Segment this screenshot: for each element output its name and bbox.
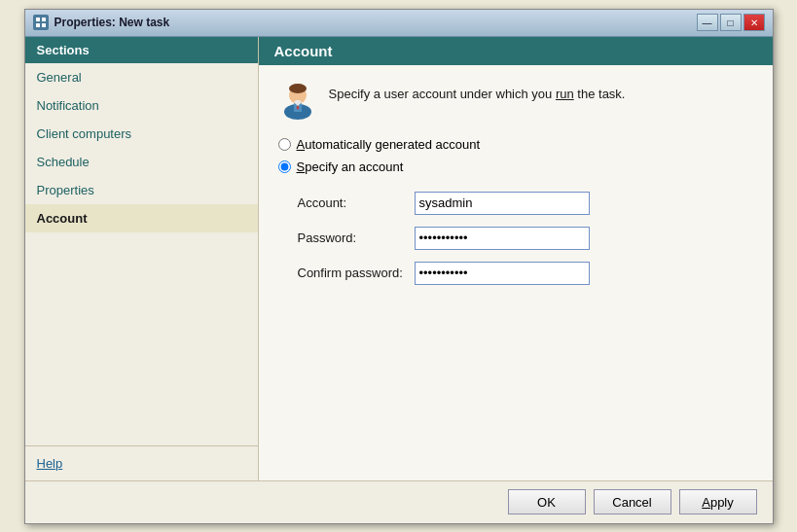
account-input[interactable] bbox=[415, 192, 590, 215]
title-bar: Properties: New task — □ ✕ bbox=[25, 10, 773, 37]
sidebar-item-general[interactable]: General bbox=[25, 63, 258, 91]
content-area: Account bbox=[259, 37, 773, 480]
apply-button[interactable]: Apply bbox=[679, 489, 757, 514]
user-icon bbox=[278, 81, 317, 120]
confirm-password-input[interactable] bbox=[415, 262, 590, 285]
svg-point-8 bbox=[289, 84, 307, 93]
password-input[interactable] bbox=[415, 227, 590, 250]
description-row: Specify a user account under which you r… bbox=[278, 81, 753, 120]
content-body: Specify a user account under which you r… bbox=[259, 65, 773, 480]
fields-section: Account: Password: Confirm password: bbox=[278, 192, 753, 285]
ok-button[interactable]: OK bbox=[508, 489, 586, 514]
radio-auto-row: Automatically generated account bbox=[278, 137, 753, 152]
radio-specify-row: Specify an account bbox=[278, 160, 753, 174]
radio-specify-label[interactable]: Specify an account bbox=[297, 160, 404, 174]
main-window: Properties: New task — □ ✕ Sections Gene… bbox=[24, 9, 774, 524]
sidebar-header: Sections bbox=[25, 37, 258, 63]
confirm-password-field-row: Confirm password: bbox=[298, 262, 753, 285]
sidebar: Sections General Notification Client com… bbox=[25, 37, 259, 480]
radio-auto[interactable] bbox=[278, 138, 291, 151]
sidebar-footer: Help bbox=[25, 445, 258, 480]
maximize-button[interactable]: □ bbox=[720, 14, 742, 31]
radio-specify[interactable] bbox=[278, 160, 291, 173]
svg-rect-1 bbox=[42, 18, 46, 21]
password-field-row: Password: bbox=[298, 227, 753, 250]
svg-rect-2 bbox=[36, 23, 40, 27]
main-content: Sections General Notification Client com… bbox=[25, 37, 773, 480]
content-header: Account bbox=[259, 37, 773, 65]
window-title: Properties: New task bbox=[54, 16, 697, 29]
cancel-button[interactable]: Cancel bbox=[594, 489, 671, 514]
account-field-row: Account: bbox=[298, 192, 753, 215]
svg-rect-3 bbox=[42, 23, 46, 27]
bottom-bar: OK Cancel Apply bbox=[25, 480, 773, 523]
description-text: Specify a user account under which you r… bbox=[329, 81, 626, 104]
confirm-password-label: Confirm password: bbox=[298, 266, 415, 280]
password-label: Password: bbox=[298, 231, 415, 245]
radio-group: Automatically generated account Specify … bbox=[278, 137, 753, 174]
minimize-button[interactable]: — bbox=[697, 14, 718, 31]
account-label: Account: bbox=[298, 195, 415, 210]
sidebar-item-schedule[interactable]: Schedule bbox=[25, 148, 258, 176]
close-button[interactable]: ✕ bbox=[743, 14, 765, 31]
window-icon bbox=[33, 15, 49, 30]
radio-auto-label[interactable]: Automatically generated account bbox=[297, 137, 481, 152]
sidebar-item-client-computers[interactable]: Client computers bbox=[25, 120, 258, 148]
help-link[interactable]: Help bbox=[37, 456, 63, 471]
sidebar-item-properties[interactable]: Properties bbox=[25, 176, 258, 204]
sidebar-item-notification[interactable]: Notification bbox=[25, 91, 258, 120]
svg-rect-0 bbox=[36, 18, 40, 21]
title-bar-buttons: — □ ✕ bbox=[697, 14, 765, 31]
sidebar-item-account[interactable]: Account bbox=[25, 204, 258, 232]
